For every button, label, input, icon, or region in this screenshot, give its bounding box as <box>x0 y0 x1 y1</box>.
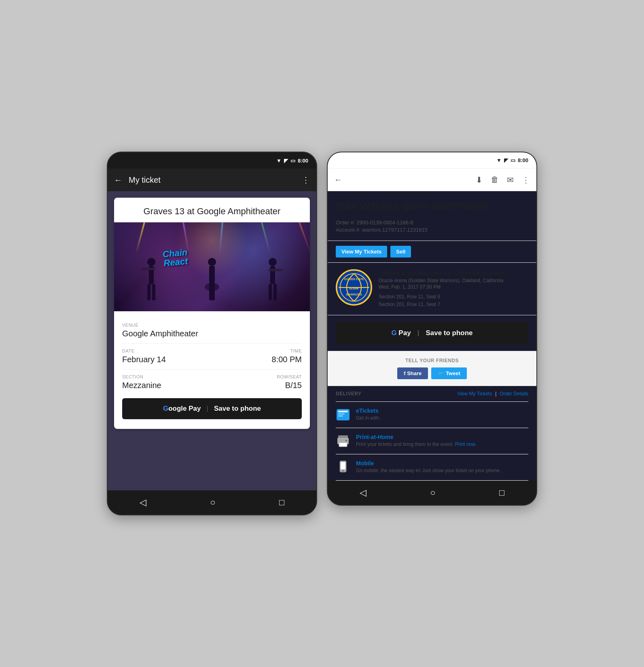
right-nav-back-button[interactable]: ◁ <box>360 488 366 498</box>
left-app-bar: ← My ticket ⋮ <box>108 169 316 191</box>
time-section: TIME 8:00 PM <box>272 348 302 364</box>
order-details-link[interactable]: Order Details <box>500 391 528 397</box>
svg-rect-10 <box>270 266 275 284</box>
svg-rect-6 <box>209 266 215 282</box>
screen-content: Graves 13 at Google Amphitheater Cha <box>108 191 316 490</box>
delivery-section: DELIVERY View My Tickets | Order Details <box>328 386 536 481</box>
twitter-tweet-button[interactable]: 🐦 Tweet <box>431 367 467 379</box>
time-display: 8:00 <box>298 158 308 164</box>
delivery-links: View My Tickets | Order Details <box>457 391 528 397</box>
svg-point-0 <box>147 258 155 266</box>
svg-rect-8 <box>209 282 215 300</box>
svg-point-30 <box>342 470 344 472</box>
mobile-desc: Go mobile, the easiest way in! Just show… <box>356 468 501 473</box>
left-phone: ▼ ◤ ▭ 8:00 ← My ticket ⋮ Graves 13 at Go… <box>107 152 317 515</box>
etickets-content: eTickets Get in with: <box>356 407 380 421</box>
musician-silhouette-2 <box>198 255 226 307</box>
seat-info-2: Section 201, Row 11, Seat 7 <box>379 301 528 308</box>
archive-button[interactable]: ⬇ <box>476 175 483 185</box>
gpay-email-button[interactable]: G Pay | Save to phone <box>336 322 528 344</box>
mobile-icon-svg <box>336 460 350 475</box>
email-subject: Your Warriors game confirmation <box>328 191 536 220</box>
section-label: SECTION <box>122 374 161 379</box>
ticket-title: Graves 13 at Google Amphitheater <box>114 198 310 222</box>
section-value: Mezzanine <box>122 381 161 390</box>
signal-icon: ◤ <box>284 158 288 164</box>
venue-value: Google Amphitheater <box>122 329 198 338</box>
musician-silhouette-1 <box>139 255 163 307</box>
svg-point-9 <box>269 258 277 266</box>
ticket-card: Graves 13 at Google Amphitheater Cha <box>114 198 310 429</box>
date-label: DATE <box>122 348 166 353</box>
right-nav-home-button[interactable]: ○ <box>430 488 435 498</box>
print-icon <box>336 434 350 448</box>
svg-rect-12 <box>269 284 272 300</box>
ticket-details: VENUE Google Amphitheater DATE February … <box>114 311 310 429</box>
rowseat-section: ROW/SEAT B/15 <box>277 374 302 390</box>
warriors-logo-svg: GOLDEN STATE WARRIORS GSW <box>336 269 372 306</box>
email-body: Your Warriors game confirmation Order #:… <box>328 191 536 481</box>
datetime-row: DATE February 14 TIME 8:00 PM <box>122 344 302 369</box>
gpay-logo: Google Pay <box>163 405 201 413</box>
gpay-email-divider: | <box>417 329 419 337</box>
social-buttons: f Share 🐦 Tweet <box>336 367 528 379</box>
etickets-title: eTickets <box>356 407 380 414</box>
menu-button[interactable]: ⋮ <box>302 175 310 185</box>
email-meta: Order #: 2900-0139-0804-1186-8 Account #… <box>328 220 536 241</box>
event-details: Golden State Warriors vs. Charlotte Horn… <box>379 269 528 308</box>
nav-recent-button[interactable]: □ <box>279 497 284 508</box>
svg-point-27 <box>345 440 347 441</box>
gpay-email-logo: G Pay <box>391 329 411 337</box>
concert-image: Chain React <box>114 222 310 311</box>
mobile-content: Mobile Go mobile, the easiest way in! Ju… <box>356 460 501 473</box>
svg-text:GOLDEN STATE: GOLDEN STATE <box>344 278 364 281</box>
battery-icon: ▭ <box>290 158 295 164</box>
email-action-buttons: View My Tickets Sell <box>328 241 536 263</box>
print-content: Print-at-Home Print your tickets and bri… <box>356 434 477 447</box>
delivery-header: DELIVERY View My Tickets | Order Details <box>336 386 528 402</box>
print-icon-svg <box>336 434 350 448</box>
more-button[interactable]: ⋮ <box>522 175 530 185</box>
svg-text:WARRIORS: WARRIORS <box>346 293 362 296</box>
etickets-desc: Get in with: <box>356 415 380 421</box>
print-delivery-item: Print-at-Home Print your tickets and bri… <box>336 428 528 454</box>
right-bottom-nav: ◁ ○ □ <box>328 481 536 505</box>
delete-button[interactable]: 🗑 <box>491 175 499 185</box>
link-separator: | <box>495 391 496 397</box>
venue-section: VENUE Google Amphitheater <box>122 323 198 338</box>
event-venue: Oracle Arena (Golden State Warriors), Oa… <box>379 278 528 283</box>
date-value: February 14 <box>122 355 166 364</box>
svg-rect-22 <box>338 414 345 414</box>
rowseat-label: ROW/SEAT <box>277 374 302 379</box>
nav-back-button[interactable]: ◁ <box>140 497 146 508</box>
print-desc: Print your tickets and bring them to the… <box>356 441 477 447</box>
gpay-divider: | <box>206 405 208 413</box>
print-link[interactable]: Print now. <box>455 441 477 447</box>
sell-button[interactable]: Sell <box>390 246 411 258</box>
left-bottom-nav: ◁ ○ □ <box>108 490 316 515</box>
svg-rect-23 <box>338 416 343 416</box>
svg-rect-29 <box>341 462 345 469</box>
section-section: SECTION Mezzanine <box>122 374 161 390</box>
gpay-button-label: Save to phone <box>214 405 261 413</box>
gpay-pay-text: oogle Pay <box>168 405 201 412</box>
svg-rect-2 <box>141 268 155 270</box>
venue-row: VENUE Google Amphitheater <box>122 318 302 344</box>
email-back-button[interactable]: ← <box>334 175 342 184</box>
time-value: 8:00 PM <box>272 355 302 364</box>
account-number: Account #: warriors.12797117.1231815 <box>336 227 528 233</box>
delivery-label: DELIVERY <box>336 391 362 397</box>
view-tickets-button[interactable]: View My Tickets <box>336 246 387 258</box>
back-button[interactable]: ← <box>114 175 122 185</box>
event-title: Golden State Warriors vs. Charlotte Horn… <box>379 269 528 276</box>
left-status-bar: ▼ ◤ ▭ 8:00 <box>108 152 316 169</box>
band-silhouettes <box>114 255 310 311</box>
right-nav-recent-button[interactable]: □ <box>499 488 504 498</box>
gpay-save-button[interactable]: Google Pay | Save to phone <box>122 398 302 419</box>
mail-button[interactable]: ✉ <box>507 175 514 185</box>
view-my-tickets-link[interactable]: View My Tickets <box>457 391 492 397</box>
facebook-share-button[interactable]: f Share <box>397 367 428 379</box>
left-status-icons: ▼ ◤ ▭ 8:00 <box>276 158 308 164</box>
nav-home-button[interactable]: ○ <box>210 497 215 508</box>
wifi-icon: ▼ <box>276 158 282 164</box>
